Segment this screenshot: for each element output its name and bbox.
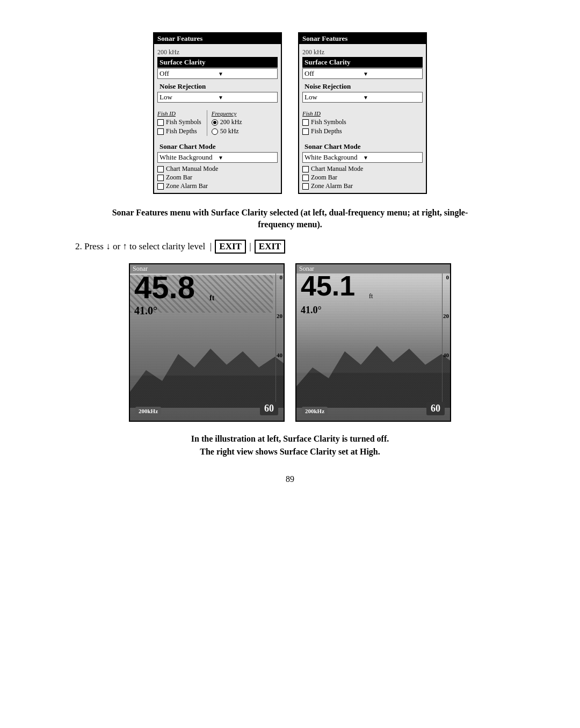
left-scale-20: 20 — [277, 313, 282, 319]
left-sonar-chart-value: White Background — [160, 153, 217, 162]
left-chart-manual-checkbox[interactable] — [157, 166, 164, 172]
right-surface-clarity-value: Off — [305, 69, 362, 78]
right-sonar-title: Sonar — [296, 264, 450, 273]
right-chart-manual-checkbox[interactable] — [302, 166, 309, 172]
right-menu-body: 200 kHz Surface Clarity Off ▼ Noise Reje… — [299, 44, 426, 193]
right-noise-rejection-arrow: ▼ — [363, 95, 421, 100]
left-fish-symbols-label: Fish Symbols — [166, 118, 201, 126]
left-sonar-panel: Sonar 45.8 ft — [129, 263, 285, 422]
left-chart-manual-label: Chart Manual Mode — [166, 165, 218, 173]
right-fish-symbols-checkbox[interactable] — [302, 119, 309, 126]
right-temp-value: 41.0° — [301, 305, 322, 316]
right-fish-depths-row[interactable]: Fish Depths — [302, 127, 346, 135]
left-scale-line — [276, 272, 276, 413]
right-fish-depths-label: Fish Depths — [311, 127, 342, 135]
right-menu-title: Sonar Features — [299, 33, 426, 44]
right-fish-col: Fish ID Fish Symbols Fish Depths — [302, 110, 346, 136]
bottom-captions: In the illustration at left, Surface Cla… — [191, 433, 389, 458]
left-fish-symbols-row[interactable]: Fish Symbols — [157, 118, 201, 126]
left-surface-clarity-arrow: ▼ — [218, 71, 276, 77]
right-200khz-label: 200 kHz — [302, 48, 423, 56]
left-noise-rejection-label: Noise Rejection — [157, 81, 278, 92]
menus-row: Sonar Features 200 kHz Surface Clarity O… — [153, 32, 427, 194]
left-fish-depths-checkbox[interactable] — [157, 128, 164, 135]
left-freq-col: Frequency 200 kHz 50 kHz — [207, 110, 242, 136]
left-50khz-radio-row[interactable]: 50 kHz — [212, 127, 242, 135]
right-scale-line — [442, 272, 443, 413]
left-noise-rejection-dropdown[interactable]: Low ▼ — [157, 92, 278, 103]
left-fish-id-header: Fish ID — [157, 110, 201, 117]
right-freq-badge: 200kHz — [302, 407, 328, 415]
right-fish-row: Fish ID Fish Symbols Fish Depths — [302, 110, 423, 136]
left-fish-symbols-checkbox[interactable] — [157, 119, 164, 126]
left-scale-0: 0 — [280, 274, 283, 280]
right-zoom-bar-row[interactable]: Zoom Bar — [302, 174, 423, 182]
left-depth-value: 45.8 — [134, 272, 195, 303]
left-surface-clarity-dropdown[interactable]: Off ▼ — [157, 68, 278, 79]
right-sonar-chart-dropdown[interactable]: White Background ▼ — [302, 152, 423, 163]
left-fish-depths-label: Fish Depths — [166, 127, 197, 135]
right-surface-clarity-arrow: ▼ — [363, 71, 421, 77]
exit-button-2[interactable]: EXIT — [255, 240, 286, 254]
right-zone-alarm-checkbox[interactable] — [302, 183, 309, 190]
right-depth-unit: ft — [369, 292, 373, 300]
left-zone-alarm-checkbox[interactable] — [157, 183, 164, 190]
left-200khz-radio[interactable] — [212, 119, 218, 126]
right-surface-clarity-dropdown[interactable]: Off ▼ — [302, 68, 423, 79]
left-fish-col: Fish ID Fish Symbols Fish Depths — [157, 110, 201, 136]
sonar-panels-row: Sonar 45.8 ft — [129, 263, 451, 422]
right-noise-rejection-dropdown[interactable]: Low ▼ — [302, 92, 423, 103]
right-scale-0: 0 — [446, 274, 450, 280]
right-sonar-chart-arrow: ▼ — [363, 155, 421, 161]
right-sonar-chart-label: Sonar Chart Mode — [302, 141, 423, 152]
left-surface-clarity-value: Off — [160, 69, 217, 78]
left-zone-alarm-row[interactable]: Zone Alarm Bar — [157, 182, 278, 190]
right-sonar-panel: Sonar 45.1 ft 41.0° 0 — [295, 263, 451, 422]
left-noise-rejection-arrow: ▼ — [218, 95, 276, 100]
right-surface-clarity-selected[interactable]: Surface Clarity — [302, 57, 423, 68]
right-fish-symbols-label: Fish Symbols — [311, 118, 346, 126]
left-200khz-radio-row[interactable]: 200 kHz — [212, 118, 242, 126]
right-noise-rejection-value: Low — [305, 93, 362, 102]
left-fish-freq-row: Fish ID Fish Symbols Fish Depths Frequen… — [157, 110, 278, 136]
left-zoom-bar-row[interactable]: Zoom Bar — [157, 174, 278, 182]
left-sonar-chart-dropdown[interactable]: White Background ▼ — [157, 152, 278, 163]
left-freq-header: Frequency — [212, 110, 242, 117]
right-fish-id-header: Fish ID — [302, 110, 346, 117]
left-200khz-label: 200 kHz — [157, 48, 278, 56]
left-temp-value: 41.0° — [134, 305, 157, 317]
left-sonar-title: Sonar — [130, 264, 284, 273]
exit-button-1[interactable]: EXIT — [215, 240, 246, 254]
left-50khz-radio-label: 50 kHz — [220, 127, 239, 135]
bottom-caption-line2: The right view shows Surface Clarity set… — [191, 445, 389, 458]
right-chart-manual-row[interactable]: Chart Manual Mode — [302, 165, 423, 173]
page-number: 89 — [286, 474, 294, 484]
left-sonar-chart-arrow: ▼ — [218, 155, 276, 161]
left-fish-depths-row[interactable]: Fish Depths — [157, 127, 201, 135]
left-zoom-bar-checkbox[interactable] — [157, 175, 164, 181]
left-sonar-chart-label: Sonar Chart Mode — [157, 141, 278, 152]
right-scale-40: 40 — [443, 352, 449, 358]
right-fish-symbols-row[interactable]: Fish Symbols — [302, 118, 346, 126]
step2-line: 2. Press ↓ or ↑ to select clarity level … — [75, 240, 505, 254]
left-chart-manual-row[interactable]: Chart Manual Mode — [157, 165, 278, 173]
left-50khz-radio[interactable] — [212, 128, 218, 135]
left-depth-unit: ft — [209, 294, 214, 302]
right-zone-alarm-row[interactable]: Zone Alarm Bar — [302, 182, 423, 190]
left-surface-clarity-selected[interactable]: Surface Clarity — [157, 57, 278, 68]
right-noise-rejection-label: Noise Rejection — [302, 81, 423, 92]
bottom-caption-line1: In the illustration at left, Surface Cla… — [191, 433, 389, 445]
right-fish-depths-checkbox[interactable] — [302, 128, 309, 135]
right-chart-manual-label: Chart Manual Mode — [311, 165, 363, 173]
step2-text: 2. Press ↓ or ↑ to select clarity level — [75, 241, 205, 251]
right-depth-value: 45.1 — [301, 272, 355, 300]
left-menu-panel: Sonar Features 200 kHz Surface Clarity O… — [153, 32, 282, 194]
left-menu-title: Sonar Features — [154, 33, 281, 44]
top-caption: Sonar Features menu with Surface Clarity… — [102, 207, 478, 231]
left-200khz-radio-label: 200 kHz — [220, 118, 242, 126]
left-depth-badge: 60 — [260, 402, 278, 415]
right-zoom-bar-checkbox[interactable] — [302, 175, 309, 181]
left-menu-body: 200 kHz Surface Clarity Off ▼ Noise Reje… — [154, 44, 281, 193]
right-depth-badge: 60 — [426, 402, 445, 415]
left-zoom-bar-label: Zoom Bar — [166, 174, 192, 182]
